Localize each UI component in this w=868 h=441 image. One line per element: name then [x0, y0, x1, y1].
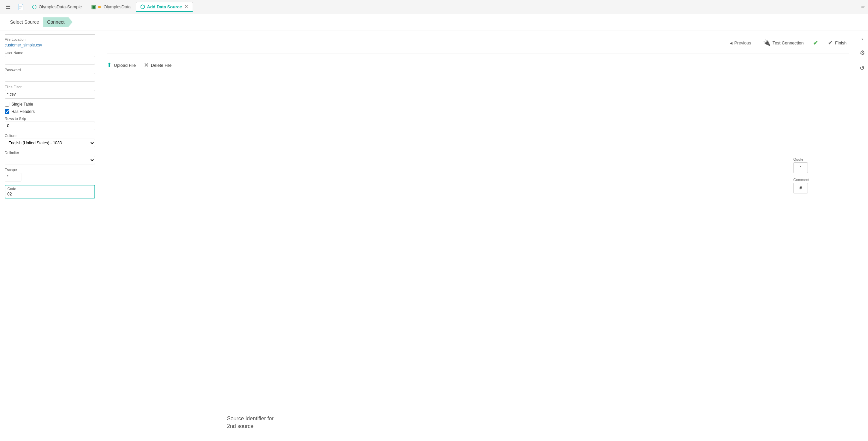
- tab-olympics-data[interactable]: ▣ OlympicsData: [87, 2, 134, 11]
- delete-icon: ✕: [144, 61, 149, 69]
- filter-icon[interactable]: ⚙: [858, 48, 866, 58]
- edit-icon[interactable]: ✏: [861, 4, 865, 10]
- new-document-icon[interactable]: 📄: [15, 2, 27, 11]
- code-input[interactable]: [7, 192, 92, 197]
- password-input[interactable]: [5, 73, 95, 82]
- password-group: Password: [5, 68, 95, 82]
- layers-icon-1: ⬡: [32, 4, 37, 10]
- code-group: Code: [5, 185, 95, 199]
- previous-button[interactable]: ◂ Previous: [727, 38, 754, 48]
- plug-icon: 🔌: [763, 39, 771, 47]
- code-label: Code: [7, 187, 92, 191]
- right-panel: ◂ Previous 🔌 Test Connection ✔ ✔ Finish …: [100, 30, 856, 440]
- file-link[interactable]: customer_simple.csv: [5, 43, 42, 48]
- step-connect-label: Connect: [47, 19, 64, 25]
- delimiter-select[interactable]: , ; \t |: [5, 156, 95, 165]
- tab-label-3: Add Data Source: [147, 4, 182, 9]
- culture-label: Culture: [5, 134, 95, 138]
- has-headers-checkbox[interactable]: [5, 109, 9, 114]
- excel-dot: [98, 6, 101, 8]
- escape-input[interactable]: [5, 173, 21, 181]
- top-divider: File Location customer_simple.csv: [5, 34, 95, 48]
- test-connection-label: Test Connection: [773, 40, 804, 46]
- escape-group: Escape: [5, 168, 95, 181]
- source-identifier: Source Identifier for 2nd source: [227, 415, 274, 430]
- comment-input[interactable]: [793, 183, 808, 194]
- single-table-row: Single Table: [5, 102, 95, 107]
- files-filter-group: Files Filter: [5, 85, 95, 98]
- excel-icon: ▣: [91, 4, 96, 10]
- upload-icon: ⬆: [107, 61, 112, 69]
- left-panel: File Location customer_simple.csv User N…: [0, 30, 100, 440]
- culture-select[interactable]: English (United States) - 1033 English (…: [5, 139, 95, 147]
- tab-olympics-sample[interactable]: ⬡ OlympicsData-Sample: [28, 2, 86, 11]
- delete-file-label: Delete File: [151, 63, 172, 68]
- finish-button[interactable]: ✔ Finish: [825, 38, 849, 48]
- file-location-label: File Location: [5, 37, 95, 41]
- refresh-icon[interactable]: ↺: [858, 63, 866, 73]
- has-headers-label: Has Headers: [11, 109, 35, 114]
- files-filter-input[interactable]: [5, 90, 95, 98]
- step-select-source-label: Select Source: [10, 19, 39, 25]
- quote-label: Quote: [793, 157, 809, 161]
- has-headers-row: Has Headers: [5, 109, 95, 114]
- quote-input[interactable]: [793, 163, 808, 173]
- tab-label-2: OlympicsData: [103, 4, 130, 9]
- escape-label: Escape: [5, 168, 95, 172]
- source-identifier-line2: 2nd source: [227, 423, 274, 430]
- source-identifier-line1: Source Identifier for: [227, 415, 274, 422]
- right-sidebar: ‹ ⚙ ↺: [856, 30, 868, 440]
- tab-label-1: OlympicsData-Sample: [39, 4, 82, 9]
- single-table-checkbox[interactable]: [5, 102, 9, 107]
- hamburger-menu[interactable]: ☰: [3, 2, 13, 12]
- rows-to-skip-label: Rows to Skip: [5, 117, 95, 121]
- delimiter-label: Delimiter: [5, 151, 95, 155]
- step-select-source[interactable]: Select Source: [6, 18, 43, 27]
- test-connection-button[interactable]: 🔌 Test Connection: [761, 38, 806, 48]
- collapse-icon[interactable]: ‹: [860, 34, 864, 42]
- main-content: File Location customer_simple.csv User N…: [0, 30, 868, 440]
- username-label: User Name: [5, 51, 95, 55]
- wizard-steps: Select Source Connect: [0, 14, 868, 30]
- files-filter-label: Files Filter: [5, 85, 95, 89]
- culture-group: Culture English (United States) - 1033 E…: [5, 134, 95, 147]
- file-actions: ⬆ Upload File ✕ Delete File: [107, 60, 849, 70]
- tab-add-data-source[interactable]: ⬡ Add Data Source ✕: [136, 2, 193, 12]
- upload-file-label: Upload File: [114, 63, 136, 68]
- username-group: User Name: [5, 51, 95, 64]
- quote-field: Quote: [793, 157, 809, 173]
- upload-file-button[interactable]: ⬆ Upload File: [107, 60, 136, 70]
- rows-to-skip-input[interactable]: [5, 122, 95, 130]
- delimiter-group: Delimiter , ; \t |: [5, 151, 95, 165]
- check-icon-1: ✔: [813, 39, 818, 47]
- close-tab-icon[interactable]: ✕: [184, 4, 189, 9]
- previous-label: Previous: [735, 40, 751, 46]
- layers-icon-2: ⬡: [140, 4, 145, 10]
- previous-icon: ◂: [730, 40, 733, 46]
- top-bar: ☰ 📄 ⬡ OlympicsData-Sample ▣ OlympicsData…: [0, 0, 868, 14]
- username-input[interactable]: [5, 56, 95, 64]
- password-label: Password: [5, 68, 95, 72]
- rows-to-skip-group: Rows to Skip: [5, 117, 95, 130]
- file-location-group: File Location customer_simple.csv: [5, 37, 95, 48]
- delete-file-button[interactable]: ✕ Delete File: [144, 60, 172, 70]
- check-icon-2: ✔: [828, 39, 833, 47]
- comment-label: Comment: [793, 178, 809, 182]
- finish-label: Finish: [835, 40, 847, 46]
- comment-field: Comment: [793, 178, 809, 194]
- step-connect[interactable]: Connect: [43, 18, 72, 27]
- quote-comment-section: Quote Comment: [793, 157, 809, 198]
- action-bar: ◂ Previous 🔌 Test Connection ✔ ✔ Finish: [107, 35, 849, 54]
- single-table-label: Single Table: [11, 102, 33, 107]
